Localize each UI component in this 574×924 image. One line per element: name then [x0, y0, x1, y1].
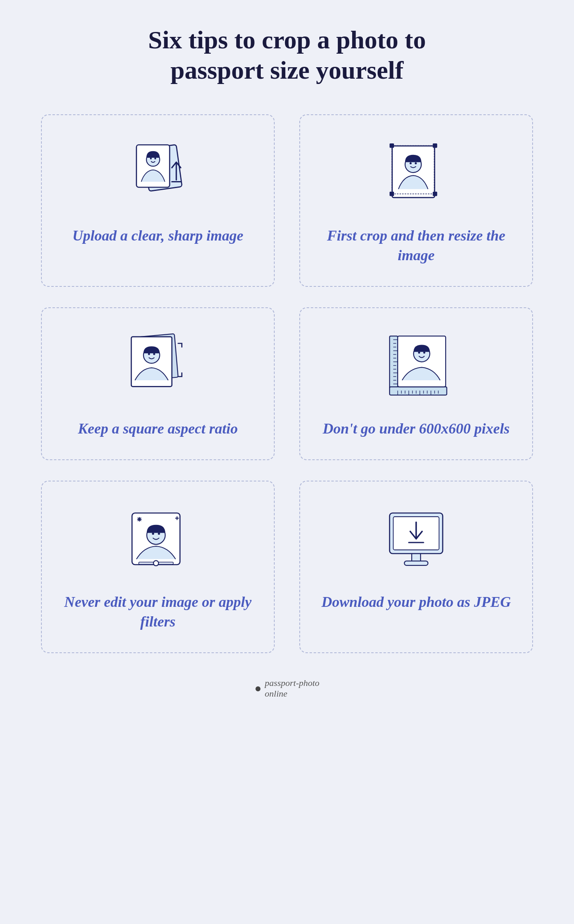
svg-point-10	[415, 162, 417, 164]
svg-rect-73	[404, 561, 428, 565]
svg-point-23	[153, 353, 155, 355]
svg-point-55	[423, 352, 425, 354]
svg-point-22	[148, 353, 150, 355]
card-upload: Upload a clear, sharp image	[41, 114, 275, 287]
aspect-ratio-icon	[54, 325, 262, 406]
card-download: Download your photo as JPEG	[299, 481, 533, 653]
footer: ● passport-photo online	[255, 678, 319, 699]
card-aspect-ratio-label: Keep a square aspect ratio	[78, 419, 238, 439]
footer-logo: ● passport-photo online	[255, 678, 319, 699]
svg-point-4	[154, 157, 156, 159]
svg-point-9	[410, 162, 412, 164]
svg-point-3	[150, 157, 152, 159]
card-crop-resize: First crop and then resize the image	[299, 114, 533, 287]
card-aspect-ratio: Keep a square aspect ratio	[41, 307, 275, 460]
footer-brand: passport-photo online	[265, 678, 319, 699]
svg-rect-11	[390, 143, 394, 148]
crop-resize-icon	[312, 132, 520, 213]
card-pixels: Don't go under 600x600 pixels	[299, 307, 533, 460]
camera-icon: ●	[255, 682, 262, 695]
card-no-filter-label: Never edit your image or apply filters	[54, 592, 262, 632]
svg-point-64	[152, 532, 154, 534]
tips-grid: Upload a clear, sharp image	[41, 114, 533, 653]
card-download-label: Download your photo as JPEG	[321, 592, 511, 612]
card-upload-label: Upload a clear, sharp image	[72, 226, 243, 246]
card-pixels-label: Don't go under 600x600 pixels	[323, 419, 510, 439]
pixels-icon	[312, 325, 520, 406]
card-crop-resize-label: First crop and then resize the image	[312, 226, 520, 266]
svg-point-54	[418, 352, 420, 354]
no-filter-icon	[54, 498, 262, 580]
svg-point-65	[158, 532, 160, 534]
svg-rect-24	[390, 336, 398, 393]
upload-photo-icon	[54, 132, 262, 213]
svg-point-67	[153, 561, 159, 566]
svg-rect-72	[412, 554, 421, 562]
download-icon	[312, 498, 520, 580]
page-title: Six tips to crop a photo to passport siz…	[102, 25, 472, 86]
card-no-filter: Never edit your image or apply filters	[41, 481, 275, 653]
